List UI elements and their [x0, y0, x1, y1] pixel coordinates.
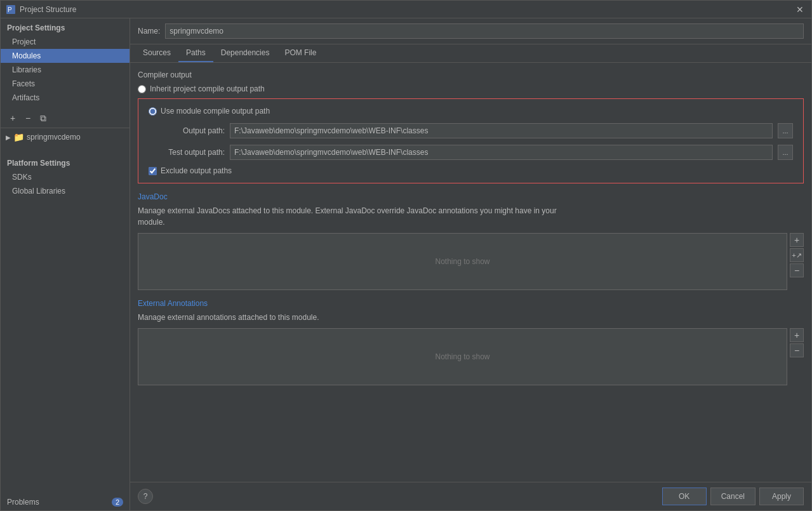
- folder-icon: 📁: [13, 132, 24, 142]
- sidebar-item-artifacts[interactable]: Artifacts: [1, 91, 130, 105]
- module-name: springmvcdemo: [27, 133, 81, 142]
- help-button[interactable]: ?: [138, 489, 153, 504]
- javadoc-title: JavaDoc: [138, 192, 804, 201]
- close-button[interactable]: ✕: [794, 3, 806, 16]
- bottom-bar: ? OK Cancel Apply: [130, 482, 811, 510]
- compile-box: Use module compile output path Output pa…: [138, 98, 804, 183]
- javadoc-add-button[interactable]: +: [790, 233, 804, 247]
- javadoc-list-area: Nothing to show + +↗ −: [138, 233, 804, 290]
- project-structure-window: P Project Structure ✕ Project Settings P…: [0, 0, 812, 511]
- test-output-path-browse[interactable]: ...: [778, 145, 793, 160]
- exclude-checkbox[interactable]: [149, 167, 157, 175]
- sidebar-item-facets[interactable]: Facets: [1, 77, 130, 91]
- app-icon: P: [6, 4, 16, 15]
- javadoc-actions: + +↗ −: [790, 233, 804, 290]
- window-title: Project Structure: [20, 5, 794, 14]
- inherit-radio-label: Inherit project compile output path: [150, 84, 265, 93]
- output-path-row: Output path: ...: [149, 123, 793, 138]
- add-module-button[interactable]: +: [6, 111, 20, 125]
- tabs-bar: Sources Paths Dependencies POM File: [130, 44, 811, 63]
- javadoc-list: Nothing to show: [138, 233, 787, 290]
- cancel-button[interactable]: Cancel: [710, 488, 755, 505]
- project-settings-label: Project Settings: [1, 18, 130, 35]
- remove-module-button[interactable]: −: [21, 111, 35, 125]
- exclude-label: Exclude output paths: [161, 166, 232, 175]
- external-annotations-title: External Annotations: [138, 299, 804, 308]
- main-content: Project Settings Project Modules Librari…: [1, 18, 811, 510]
- javadoc-desc-text-2: module.: [138, 218, 165, 227]
- output-path-label: Output path:: [149, 126, 225, 135]
- ext-annotations-actions: + −: [790, 328, 804, 385]
- platform-settings-label: Platform Settings: [1, 154, 130, 170]
- use-module-radio[interactable]: [149, 107, 157, 116]
- sidebar-item-modules[interactable]: Modules: [1, 49, 130, 63]
- exclude-checkbox-row: Exclude output paths: [149, 166, 793, 175]
- javadoc-remove-button[interactable]: −: [790, 263, 804, 277]
- javadoc-add-from-button[interactable]: +↗: [790, 248, 804, 262]
- panel-content: Compiler output Inherit project compile …: [130, 63, 811, 482]
- test-output-path-row: Test output path: ...: [149, 145, 793, 160]
- tab-dependencies[interactable]: Dependencies: [213, 44, 277, 62]
- output-path-input[interactable]: [230, 123, 773, 138]
- title-bar: P Project Structure ✕: [1, 1, 811, 18]
- external-annotations-desc: Manage external annotations attached to …: [138, 312, 804, 323]
- javadoc-desc-text-1: Manage external JavaDocs attached to thi…: [138, 206, 557, 215]
- svg-text:P: P: [8, 6, 12, 13]
- compiler-output-title: Compiler output: [138, 70, 804, 79]
- sidebar: Project Settings Project Modules Librari…: [1, 18, 130, 510]
- inherit-radio-option[interactable]: Inherit project compile output path: [138, 84, 804, 93]
- test-output-path-input[interactable]: [230, 145, 773, 160]
- tab-pom[interactable]: POM File: [277, 44, 324, 62]
- inherit-radio[interactable]: [138, 85, 146, 93]
- sidebar-item-project[interactable]: Project: [1, 35, 130, 49]
- ok-button[interactable]: OK: [662, 488, 707, 505]
- javadoc-section: JavaDoc Manage external JavaDocs attache…: [138, 192, 804, 290]
- module-toolbar: + − ⧉: [1, 109, 130, 128]
- javadoc-desc: Manage external JavaDocs attached to thi…: [138, 205, 804, 228]
- ext-ann-remove-button[interactable]: −: [790, 343, 804, 357]
- ext-annotations-list: Nothing to show: [138, 328, 787, 385]
- name-input[interactable]: [165, 23, 804, 39]
- tab-sources[interactable]: Sources: [135, 44, 178, 62]
- sidebar-item-libraries[interactable]: Libraries: [1, 63, 130, 77]
- apply-button[interactable]: Apply: [759, 488, 804, 505]
- test-output-path-label: Test output path:: [149, 148, 225, 157]
- right-panel: Name: Sources Paths Dependencies POM Fil…: [130, 18, 811, 510]
- expand-icon: ▶: [6, 134, 11, 141]
- copy-module-button[interactable]: ⧉: [36, 111, 50, 125]
- ext-ann-add-button[interactable]: +: [790, 328, 804, 342]
- sidebar-item-problems[interactable]: Problems 2: [1, 494, 130, 510]
- name-label: Name:: [138, 27, 160, 36]
- use-module-radio-label: Use module compile output path: [161, 107, 270, 116]
- external-annotations-section: External Annotations Manage external ann…: [138, 299, 804, 385]
- name-row: Name:: [130, 18, 811, 44]
- sidebar-item-global-libraries[interactable]: Global Libraries: [1, 184, 130, 198]
- ext-annotations-empty-text: Nothing to show: [435, 352, 489, 361]
- tab-paths[interactable]: Paths: [178, 44, 213, 62]
- sidebar-item-sdks[interactable]: SDKs: [1, 170, 130, 184]
- javadoc-empty-text: Nothing to show: [435, 257, 489, 266]
- ext-annotations-list-area: Nothing to show + −: [138, 328, 804, 385]
- module-tree-item[interactable]: ▶ 📁 springmvcdemo: [1, 131, 130, 143]
- use-module-radio-option[interactable]: Use module compile output path: [149, 107, 793, 116]
- problems-badge: 2: [112, 498, 123, 507]
- module-tree: ▶ 📁 springmvcdemo: [1, 128, 130, 146]
- ext-ann-desc-text: Manage external annotations attached to …: [138, 313, 319, 322]
- output-path-browse[interactable]: ...: [778, 123, 793, 138]
- problems-label: Problems: [7, 498, 39, 507]
